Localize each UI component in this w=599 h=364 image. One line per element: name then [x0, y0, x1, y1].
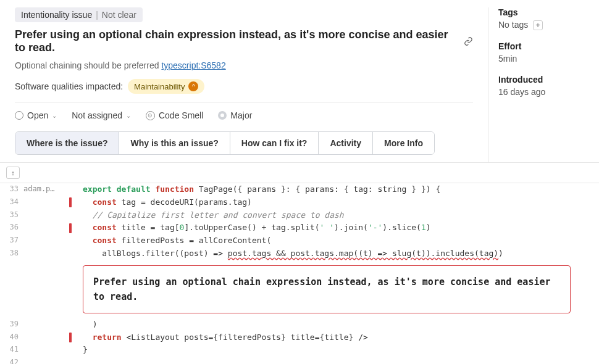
severity-text: Major	[230, 110, 252, 120]
status-open-dropdown[interactable]: Open ⌄	[15, 110, 57, 120]
gutter-mark	[65, 357, 83, 364]
code-content[interactable]: export default function TagPage({ params…	[83, 183, 599, 196]
issue-marker-icon	[69, 223, 72, 233]
line-author	[23, 357, 65, 364]
tab-why[interactable]: Why is this an issue?	[119, 132, 230, 154]
gutter-mark	[65, 209, 83, 222]
chevron-down-icon: ⌄	[52, 112, 57, 119]
issue-marker-icon	[69, 333, 72, 342]
badge-divider: |	[96, 10, 98, 20]
code-line: 38 allBlogs.filter((post) => post.tags &…	[0, 247, 599, 260]
status-open-text: Open	[27, 110, 48, 120]
gutter-mark	[65, 234, 83, 247]
issue-category-badge: Intentionality issue | Not clear	[15, 7, 473, 22]
line-number: 40	[0, 331, 23, 344]
issue-description: Optional chaining should be preferred ty…	[15, 60, 473, 70]
assignee-dropdown[interactable]: Not assigned ⌄	[72, 110, 131, 120]
code-line: 39 )	[0, 318, 599, 331]
gutter-mark	[65, 344, 83, 357]
add-tag-button[interactable]: +	[533, 20, 543, 30]
code-content[interactable]: allBlogs.filter((post) => post.tags && p…	[83, 247, 599, 260]
line-number: 37	[0, 234, 23, 247]
permalink-icon[interactable]	[464, 36, 473, 46]
line-number: 36	[0, 221, 23, 234]
gutter-mark	[65, 331, 83, 344]
rule-link[interactable]: typescript:S6582	[161, 60, 225, 70]
tab-fix[interactable]: How can I fix it?	[230, 132, 319, 154]
expand-up-button[interactable]: ↕	[6, 167, 20, 179]
divider	[15, 102, 473, 103]
line-number: 34	[0, 196, 23, 209]
line-number: 38	[0, 247, 23, 260]
introduced-value: 16 days ago	[498, 87, 599, 97]
line-author	[23, 344, 65, 357]
line-author: adam.p…	[23, 183, 65, 196]
line-author	[23, 221, 65, 234]
tab-where[interactable]: Where is the issue?	[15, 132, 119, 154]
issue-severity[interactable]: Major	[218, 110, 252, 120]
category-text: Intentionality issue	[21, 10, 92, 20]
tabs: Where is the issue? Why is this an issue…	[15, 131, 435, 155]
tab-more-info[interactable]: More Info	[373, 132, 434, 154]
line-number: 41	[0, 344, 23, 357]
code-smell-icon: ⊙	[146, 111, 155, 120]
sidebar: Tags No tags + Effort 5min Introduced 16…	[488, 7, 599, 162]
code-line: 40 return <ListLayout posts={filteredPos…	[0, 331, 599, 344]
line-number: 42	[0, 357, 23, 364]
gutter-mark	[65, 196, 83, 209]
severity-icon	[218, 111, 227, 120]
line-author	[23, 331, 65, 344]
code-line: 36 const title = tag[0].toUpperCase() + …	[0, 221, 599, 234]
desc-prefix: Optional chaining should be preferred	[15, 60, 161, 70]
code-line: 35 // Capitalize first letter and conver…	[0, 209, 599, 222]
code-line: 42	[0, 357, 599, 364]
line-author	[23, 234, 65, 247]
code-content[interactable]: const title = tag[0].toUpperCase() + tag…	[83, 221, 599, 234]
quality-label: Software qualities impacted:	[15, 81, 123, 91]
line-author	[23, 209, 65, 222]
status-row: Open ⌄ Not assigned ⌄ ⊙ Code Smell Major	[15, 110, 473, 120]
code-area: 33 adam.p… export default function TagPa…	[0, 183, 599, 364]
issue-type[interactable]: ⊙ Code Smell	[146, 110, 203, 120]
issue-title-text: Prefer using an optional chain expressio…	[15, 28, 459, 54]
line-number: 33	[0, 183, 23, 196]
issue-message-box[interactable]: Prefer using an optional chain expressio…	[83, 265, 571, 313]
gutter-mark	[65, 183, 83, 196]
code-content[interactable]: const tag = decodeURI(params.tag)	[83, 196, 599, 209]
issue-marker-icon	[69, 197, 72, 207]
issue-type-text: Code Smell	[159, 110, 203, 120]
tags-value: No tags +	[498, 20, 599, 30]
line-author	[23, 247, 65, 260]
subcategory-text: Not clear	[102, 10, 136, 20]
code-content[interactable]	[83, 357, 599, 364]
code-content[interactable]: const filteredPosts = allCoreContent(	[83, 234, 599, 247]
radio-icon	[15, 111, 23, 120]
quality-impacted: Software qualities impacted: Maintainabi…	[15, 79, 473, 94]
gutter-mark	[65, 221, 83, 234]
introduced-label: Introduced	[498, 75, 599, 85]
gutter-mark	[65, 318, 83, 331]
code-content[interactable]: }	[83, 344, 599, 357]
code-line: 34 const tag = decodeURI(params.tag)	[0, 196, 599, 209]
code-content[interactable]: return <ListLayout posts={filteredPosts}…	[83, 331, 599, 344]
chevron-down-icon: ⌄	[126, 112, 131, 119]
tab-activity[interactable]: Activity	[319, 132, 373, 154]
effort-value: 5min	[498, 54, 599, 64]
code-line: 33 adam.p… export default function TagPa…	[0, 183, 599, 196]
tags-label: Tags	[498, 7, 599, 17]
line-number: 35	[0, 209, 23, 222]
expand-bar: ↕	[0, 163, 599, 183]
issue-title: Prefer using an optional chain expressio…	[15, 28, 473, 54]
code-content[interactable]: // Capitalize first letter and convert s…	[83, 209, 599, 222]
maintainability-badge[interactable]: Maintainability ^	[128, 79, 204, 94]
code-line: 37 const filteredPosts = allCoreContent(	[0, 234, 599, 247]
gutter-mark	[65, 247, 83, 260]
code-line: 41 }	[0, 344, 599, 357]
chevron-up-icon: ^	[188, 81, 198, 91]
line-author	[23, 196, 65, 209]
code-panel: ↕ 33 adam.p… export default function Tag…	[0, 162, 599, 364]
tags-text: No tags	[498, 20, 528, 30]
line-author	[23, 318, 65, 331]
effort-label: Effort	[498, 41, 599, 51]
code-content[interactable]: )	[83, 318, 599, 331]
